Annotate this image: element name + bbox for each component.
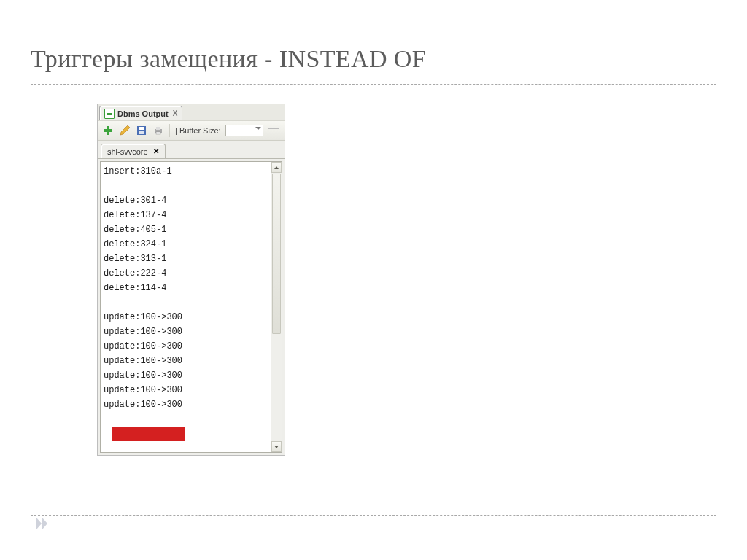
svg-rect-1 [104, 129, 112, 132]
svg-rect-5 [139, 131, 144, 134]
output-line: delete:137-4 [104, 208, 269, 222]
scroll-thumb[interactable] [272, 174, 281, 334]
svg-rect-7 [156, 127, 160, 130]
footer-chevron [36, 518, 51, 532]
output-container: insert:310a-1 delete:301-4delete:137-4de… [98, 158, 285, 455]
save-button[interactable] [134, 123, 149, 138]
buffer-size-label: | Buffer Size: [175, 126, 221, 135]
toolbar-separator [169, 124, 170, 137]
tab-label: Dbms Output [117, 109, 169, 118]
connection-tab-strip: shl-svvcore ✕ [98, 141, 285, 158]
output-line: delete:222-4 [104, 266, 269, 281]
toolbar-grip [266, 123, 282, 138]
printer-icon [152, 125, 164, 136]
svg-marker-2 [120, 125, 130, 135]
output-line: update:100->300 [104, 324, 269, 339]
add-button[interactable] [101, 123, 115, 138]
output-text: insert:310a-1 delete:301-4delete:137-4de… [104, 164, 269, 441]
output-line: update:100->300 [104, 368, 269, 383]
svg-marker-9 [274, 166, 279, 169]
connection-tab[interactable]: shl-svvcore ✕ [101, 144, 166, 158]
floppy-icon [136, 125, 147, 136]
title-text-left: Триггеры замещения - [31, 45, 279, 72]
output-line: update:100->300 [104, 339, 269, 354]
footer-divider [31, 515, 716, 516]
output-line: insert:310a-1 [104, 164, 269, 179]
print-button[interactable] [151, 123, 166, 138]
toolbar: | Buffer Size: [98, 120, 285, 141]
slide-title: Триггеры замещения - INSTEAD OF [31, 45, 426, 73]
pencil-icon [119, 125, 131, 136]
output-line: update:100->300 [104, 383, 269, 397]
svg-marker-10 [274, 446, 279, 448]
output-line: delete:301-4 [104, 193, 269, 208]
svg-marker-11 [36, 518, 42, 529]
chevron-up-icon [274, 165, 279, 171]
edit-button[interactable] [117, 123, 132, 138]
chevron-down-icon [274, 444, 279, 450]
close-icon[interactable]: ✕ [153, 147, 159, 155]
output-line [104, 295, 269, 310]
scroll-down-button[interactable] [271, 441, 282, 452]
output-line: update:100->300 [104, 397, 269, 412]
output-line: update:100->300 [104, 310, 269, 324]
chevron-right-icon [36, 518, 51, 529]
output-line: delete:114-4 [104, 281, 269, 295]
panel-tab-strip: Dbms Output X [98, 104, 285, 120]
scroll-up-button[interactable] [271, 162, 282, 173]
output-line: delete:324-1 [104, 237, 269, 252]
document-icon [104, 109, 115, 119]
svg-rect-8 [156, 132, 160, 134]
title-underline [31, 84, 716, 85]
close-icon[interactable]: X [173, 109, 178, 117]
tab-dbms-output[interactable]: Dbms Output X [99, 106, 182, 120]
scrollbar[interactable] [271, 162, 282, 452]
annotation-underline [112, 427, 185, 441]
output-line [104, 179, 269, 193]
svg-rect-4 [139, 127, 144, 130]
output-line: delete:313-1 [104, 252, 269, 266]
output-line: delete:405-1 [104, 222, 269, 237]
connection-tab-label: shl-svvcore [107, 147, 148, 156]
output-line: update:100->300 [104, 354, 269, 368]
title-text-right: INSTEAD OF [279, 45, 426, 72]
buffer-size-field[interactable] [225, 125, 263, 136]
dbms-output-panel: Dbms Output X | Buffer Size: shl-svvcore… [97, 104, 285, 456]
plus-icon [102, 125, 114, 136]
output-pane: insert:310a-1 delete:301-4delete:137-4de… [100, 161, 282, 453]
svg-marker-12 [42, 518, 47, 529]
